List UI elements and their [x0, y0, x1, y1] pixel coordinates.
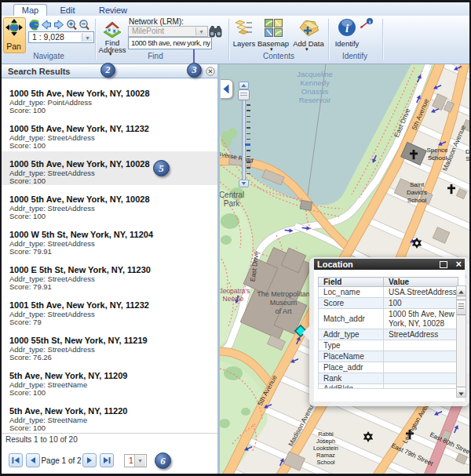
svg-text:Saint: Saint	[410, 181, 425, 188]
svg-text:i: i	[369, 19, 371, 25]
svg-text:Rabbi: Rabbi	[318, 431, 334, 438]
svg-text:Ramaz: Ramaz	[316, 452, 335, 459]
svg-text:Jacqueline: Jacqueline	[297, 70, 332, 78]
svg-text:The Metropolitan: The Metropolitan	[257, 290, 310, 298]
svg-text:School: School	[428, 154, 447, 162]
svg-text:Spence: Spence	[426, 147, 448, 154]
svg-text:Reservoir: Reservoir	[299, 96, 331, 104]
svg-text:of Art: of Art	[275, 307, 292, 315]
svg-text:School: School	[407, 197, 427, 204]
svg-text:School: School	[317, 459, 335, 466]
svg-text:Park: Park	[224, 199, 241, 208]
svg-text:David's: David's	[407, 189, 427, 196]
svg-text:Central: Central	[220, 191, 244, 199]
svg-text:Kennedy: Kennedy	[300, 78, 330, 87]
svg-text:Museum: Museum	[270, 299, 298, 307]
svg-text:Lookstein: Lookstein	[313, 445, 338, 452]
svg-text:Onassis: Onassis	[301, 87, 329, 96]
svg-text:Joseph: Joseph	[316, 438, 335, 445]
svg-text:Needle: Needle	[223, 295, 244, 303]
svg-text:Cleopatra's: Cleopatra's	[220, 287, 250, 295]
